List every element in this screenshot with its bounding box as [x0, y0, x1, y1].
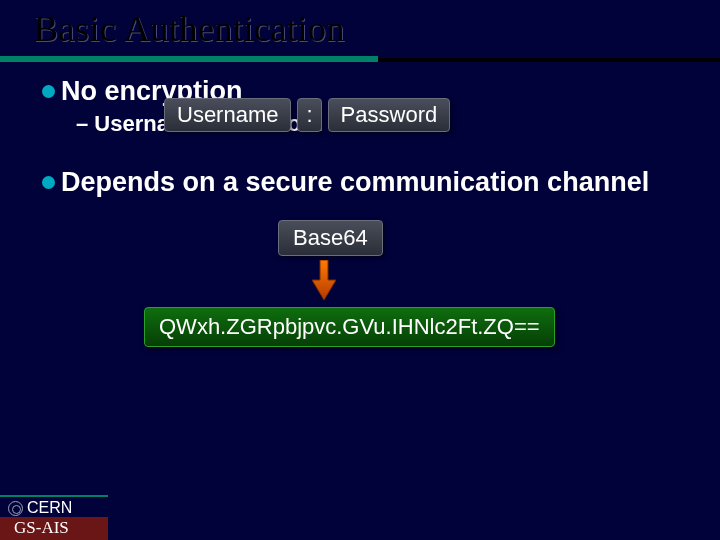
- bullet-depends: Depends on a secure communication channe…: [42, 167, 700, 198]
- bullet-text: Depends on a secure communication channe…: [61, 167, 649, 197]
- title-bar: Basic Authentication: [0, 0, 720, 50]
- colon-pill: :: [297, 98, 321, 132]
- base64-label-box: Base64: [278, 220, 383, 256]
- title-rule-accent: [0, 56, 378, 62]
- footer-org: CERN: [27, 499, 72, 517]
- footer-dept: GS-AIS: [0, 517, 108, 540]
- footer-org-row: CERN: [0, 495, 108, 517]
- password-pill: Password: [328, 98, 451, 132]
- cern-logo-icon: [8, 501, 23, 516]
- slide-title: Basic Authentication: [34, 8, 720, 50]
- bullet-dot-icon: [42, 176, 55, 189]
- username-pill: Username: [164, 98, 291, 132]
- bullet-dot-icon: [42, 85, 55, 98]
- arrow-down-icon: [312, 260, 336, 300]
- footer-badge: CERN GS-AIS: [0, 495, 108, 540]
- encoded-output-box: QWxh.ZGRpbjpvc.GVu.IHNlc2Ft.ZQ==: [144, 307, 555, 347]
- credential-pill-row: Username : Password: [164, 98, 450, 132]
- slide-content: No encryption – Username / Password 'enc…: [0, 62, 720, 198]
